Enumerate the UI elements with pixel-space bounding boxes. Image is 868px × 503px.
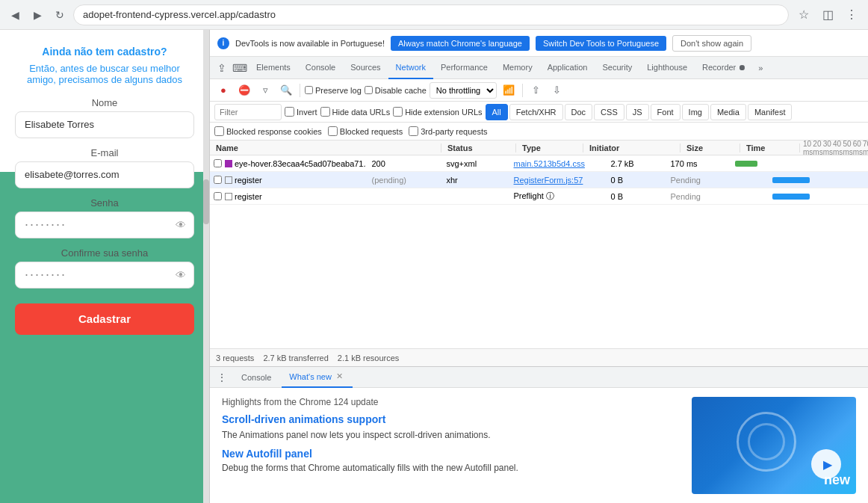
waterfall-header: 10 ms 20 ms 30 ms 40 ms 50 ms 60 ms 70 m…	[800, 140, 868, 156]
tab-whatsnew-bottom[interactable]: What's new ✕	[282, 367, 353, 388]
filter-all-button[interactable]: All	[486, 104, 508, 120]
row-name-1: eye-hover.83ecaa4c5ad07beaba71.svg	[225, 159, 366, 168]
tab-more[interactable]: »	[754, 57, 767, 79]
blocked-requests-label[interactable]: Blocked requests	[328, 126, 403, 136]
main-area: Ainda não tem cadastro? Então, antes de …	[0, 30, 868, 503]
filter-js-button[interactable]: JS	[626, 104, 649, 120]
filter-img-button[interactable]: Img	[682, 104, 709, 120]
blocked-requests-checkbox[interactable]	[328, 126, 338, 136]
switch-devtools-button[interactable]: Switch Dev Tools to Portuguese	[536, 36, 666, 51]
table-row[interactable]: register Preflight ⓘ 0 B Pending	[210, 188, 868, 205]
export-button[interactable]: ⇩	[548, 81, 566, 99]
bottom-panel-menu-icon[interactable]: ⋮	[213, 368, 231, 386]
status-column-header[interactable]: Status	[441, 144, 516, 152]
dismiss-button[interactable]: Don't show again	[672, 35, 751, 52]
tab-elements[interactable]: Elements	[249, 57, 298, 79]
clear-button[interactable]: ⛔	[235, 81, 253, 99]
third-party-label[interactable]: 3rd-party requests	[409, 126, 487, 136]
row-checkbox-1[interactable]	[210, 159, 225, 167]
devtools-pointer-icon[interactable]: ⇪	[213, 59, 231, 77]
table-row[interactable]: register (pending) xhr RegisterForm.js:5…	[210, 172, 868, 188]
email-field-group: E-mail elisabete@torres.com	[15, 147, 194, 188]
confirm-eye-icon[interactable]: 👁	[176, 269, 186, 281]
hide-data-urls-checkbox[interactable]	[320, 107, 330, 117]
scrollbar-thumb[interactable]	[203, 179, 209, 224]
tab-memory[interactable]: Memory	[495, 57, 540, 79]
tab-console[interactable]: Console	[298, 57, 343, 79]
disable-cache-checkbox[interactable]	[365, 86, 373, 94]
hide-extension-urls-label[interactable]: Hide extension URLs	[393, 107, 482, 117]
cadastrar-button[interactable]: Cadastrar	[15, 303, 194, 335]
row-name-2: register	[225, 176, 366, 185]
devtools-mobile-icon[interactable]: ⌨	[231, 59, 249, 77]
tab-sources[interactable]: Sources	[343, 57, 388, 79]
email-input[interactable]: elisabete@torres.com	[15, 161, 194, 188]
filter-css-button[interactable]: CSS	[594, 104, 624, 120]
type-column-header[interactable]: Type	[516, 144, 583, 152]
hide-extension-urls-checkbox[interactable]	[393, 107, 403, 117]
address-bar[interactable]: adopet-frontend-cypress.vercel.app/cadas…	[73, 4, 789, 25]
filter-font-button[interactable]: Font	[651, 104, 681, 120]
preserve-log-label[interactable]: Preserve log	[305, 86, 362, 95]
name-column-header[interactable]: Name	[210, 144, 441, 152]
circle-deco-2	[748, 423, 785, 460]
refresh-button[interactable]: ↻	[51, 6, 69, 24]
name-label: Nome	[15, 97, 194, 108]
invert-label[interactable]: Invert	[285, 107, 317, 117]
tab-security[interactable]: Security	[595, 57, 639, 79]
filter-fetch-xhr-button[interactable]: Fetch/XHR	[509, 104, 563, 120]
tab-network[interactable]: Network	[388, 57, 433, 79]
throttle-select[interactable]: No throttling	[430, 82, 497, 99]
row-time-3: Pending	[665, 192, 725, 201]
match-language-button[interactable]: Always match Chrome's language	[391, 36, 530, 51]
devtools-tabs: ⇪ ⌨ Elements Console Sources Network Per…	[210, 57, 868, 79]
name-input[interactable]: Elisabete Torres	[15, 111, 194, 138]
initiator-column-header[interactable]: Initiator	[583, 144, 681, 152]
confirm-input[interactable]: ········ 👁	[15, 262, 194, 288]
import-button[interactable]: ⇧	[527, 81, 545, 99]
browser-toolbar: ◀ ▶ ↻ adopet-frontend-cypress.vercel.app…	[0, 0, 868, 30]
filter-media-button[interactable]: Media	[710, 104, 746, 120]
preserve-log-checkbox[interactable]	[305, 86, 313, 94]
row-checkbox-2[interactable]	[210, 176, 225, 184]
invert-checkbox[interactable]	[285, 107, 294, 117]
thumbnail-new-label: new	[824, 472, 850, 488]
record-button[interactable]: ●	[214, 81, 232, 99]
waterfall-bar-2	[772, 177, 810, 183]
forward-button[interactable]: ▶	[28, 6, 46, 24]
filter-icon-btn[interactable]: ▿	[256, 81, 274, 99]
scroll-animations-title: Scroll-driven animations support	[222, 413, 677, 425]
table-row[interactable]: eye-hover.83ecaa4c5ad07beaba71.svg 200 s…	[210, 155, 868, 172]
tab-console-bottom[interactable]: Console	[234, 367, 279, 388]
email-value: elisabete@torres.com	[25, 169, 120, 180]
disable-cache-label[interactable]: Disable cache	[365, 86, 427, 95]
row-checkbox-3[interactable]	[210, 192, 225, 200]
size-column-header[interactable]: Size	[681, 144, 740, 152]
back-button[interactable]: ◀	[6, 6, 24, 24]
whatsnew-close-icon[interactable]: ✕	[335, 371, 345, 382]
filter-manifest-button[interactable]: Manifest	[748, 104, 793, 120]
website-scrollbar[interactable]	[203, 30, 209, 503]
tab-recorder[interactable]: Recorder ⏺	[695, 57, 754, 79]
tab-performance[interactable]: Performance	[433, 57, 495, 79]
chrome-update-title: Highlights from the Chrome 124 update	[222, 397, 677, 407]
filter-input[interactable]	[214, 104, 282, 120]
password-eye-icon[interactable]: 👁	[176, 219, 186, 231]
search-button[interactable]: 🔍	[277, 81, 295, 99]
scroll-animations-text: The Animations panel now lets you inspec…	[222, 430, 677, 440]
svg-file-icon	[225, 160, 232, 167]
bookmark-button[interactable]: ☆	[793, 4, 814, 25]
password-input[interactable]: ········ 👁	[15, 212, 194, 238]
filter-doc-button[interactable]: Doc	[565, 104, 593, 120]
tab-application[interactable]: Application	[540, 57, 595, 79]
toolbar-divider-2	[522, 84, 523, 97]
time-column-header[interactable]: Time	[740, 144, 800, 152]
tab-lighthouse[interactable]: Lighthouse	[639, 57, 695, 79]
menu-button[interactable]: ⋮	[841, 4, 862, 25]
extensions-button[interactable]: ◫	[817, 4, 838, 25]
blocked-cookies-label[interactable]: Blocked response cookies	[214, 126, 322, 136]
hide-data-urls-label[interactable]: Hide data URLs	[320, 107, 391, 117]
wifi-icon[interactable]: 📶	[500, 81, 518, 99]
blocked-cookies-checkbox[interactable]	[214, 126, 224, 136]
third-party-checkbox[interactable]	[409, 126, 418, 136]
